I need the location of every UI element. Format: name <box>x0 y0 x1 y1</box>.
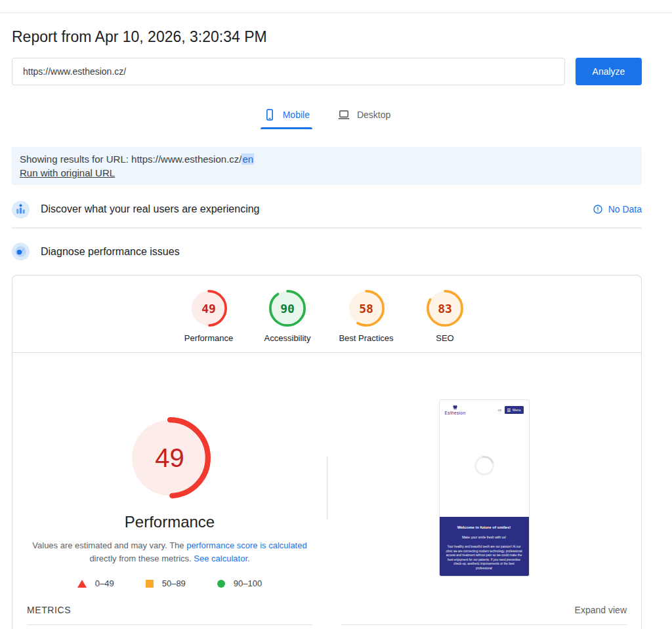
expand-view-toggle[interactable]: Expand view <box>575 605 627 615</box>
redirect-highlight: en <box>242 153 254 165</box>
redirect-banner-text: Showing results for URL: https://www.est… <box>20 152 634 166</box>
legend-fail: 0–49 <box>77 578 114 588</box>
screenshot-menu-label: Menu <box>513 408 521 412</box>
no-data-label: No Data <box>608 204 642 214</box>
tab-mobile[interactable]: Mobile <box>261 104 312 129</box>
info-icon <box>593 204 603 214</box>
real-users-chart-icon <box>12 201 30 218</box>
performance-detail-row: 49 Performance Values are estimated and … <box>12 353 641 589</box>
metrics-columns <box>12 624 641 627</box>
see-calculator-link[interactable]: See calculator. <box>194 554 249 563</box>
legend-average-range: 50–89 <box>162 578 186 588</box>
screenshot-brand: Esthesion <box>445 405 466 415</box>
accessibility-gauge: 90 <box>269 290 306 327</box>
score-legend: 0–49 50–89 90–100 <box>77 578 262 588</box>
performance-section-title: Performance <box>125 513 215 531</box>
no-data-status[interactable]: No Data <box>593 204 642 214</box>
lab-data-section-header: Diagnose performance issues <box>12 228 642 275</box>
legend-fail-range: 0–49 <box>95 578 114 588</box>
score-seo[interactable]: 83 SEO <box>406 290 484 343</box>
run-original-url-link[interactable]: Run with original URL <box>20 166 115 180</box>
legend-pass-range: 90–100 <box>234 578 262 588</box>
category-scores-row: 49 Performance 90 Accessibility 58 Best … <box>12 275 641 353</box>
analyze-button[interactable]: Analyze <box>576 58 642 85</box>
score-label-accessibility: Accessibility <box>264 333 311 343</box>
device-tabs: Mobile Desktop <box>12 104 642 129</box>
score-calc-link[interactable]: performance score is calculated <box>186 540 307 550</box>
field-data-section-header: Discover what your real users are experi… <box>12 195 642 224</box>
active-tab-underline <box>261 127 312 129</box>
page-screenshot-thumbnail: Esthesion cs Menu Welcome in future of <box>439 399 530 577</box>
metrics-header: METRICS Expand view <box>12 589 641 615</box>
field-data-title: Discover what your real users are experi… <box>41 203 259 215</box>
desktop-laptop-icon <box>337 108 350 121</box>
fail-triangle-icon <box>77 580 87 588</box>
score-label-seo: SEO <box>436 333 453 343</box>
lab-data-title: Diagnose performance issues <box>41 246 180 258</box>
performance-gauge: 49 <box>190 290 227 327</box>
pass-circle-icon <box>217 580 225 588</box>
score-performance[interactable]: 49 Performance <box>169 290 248 343</box>
mobile-phone-icon <box>263 108 276 121</box>
screenshot-brand-name: Esthesion <box>445 411 466 415</box>
score-accessibility[interactable]: 90 Accessibility <box>248 290 327 343</box>
tooth-logo-icon <box>452 405 458 411</box>
screenshot-hero-title: Welcome in future of smiles! <box>446 525 523 529</box>
metrics-heading: METRICS <box>27 605 71 615</box>
diagnose-compass-icon <box>12 243 30 260</box>
best-practices-gauge: 58 <box>348 290 385 327</box>
screenshot-site-header: Esthesion cs Menu <box>440 400 529 418</box>
url-input[interactable] <box>12 58 565 85</box>
screenshot-hero-subtitle: Make your smile fresh with us! <box>446 535 523 539</box>
average-square-icon <box>146 580 154 588</box>
url-bar: Analyze <box>12 58 642 85</box>
report-title: Report from Apr 10, 2026, 3:20:34 PM <box>12 27 642 47</box>
seo-gauge: 83 <box>427 290 463 327</box>
redirect-banner: Showing results for URL: https://www.est… <box>12 147 642 185</box>
screenshot-menu-button: Menu <box>505 406 524 414</box>
screenshot-header-right: cs Menu <box>498 406 524 414</box>
score-label-best-practices: Best Practices <box>339 333 393 343</box>
lighthouse-report-card: 49 Performance 90 Accessibility 58 Best … <box>12 275 642 629</box>
performance-big-gauge: 49 <box>129 417 211 498</box>
top-header-edge <box>0 0 672 13</box>
performance-disclaimer: Values are estimated and may vary. The p… <box>31 539 309 565</box>
screenshot-hero-body: Your healthy and beautiful teeth are our… <box>446 545 523 571</box>
main-content: Report from Apr 10, 2026, 3:20:34 PM Ana… <box>12 27 642 629</box>
score-label-performance: Performance <box>184 333 233 343</box>
screenshot-hero-section: Welcome in future of smiles! Make your s… <box>440 517 529 576</box>
performance-summary-column: 49 Performance Values are estimated and … <box>12 353 327 589</box>
legend-pass: 90–100 <box>217 578 262 588</box>
screenshot-loading-spinner <box>471 453 497 479</box>
tab-mobile-label: Mobile <box>283 110 310 120</box>
legend-average: 50–89 <box>146 578 186 588</box>
column-divider <box>327 457 327 519</box>
metrics-column-right <box>341 624 627 627</box>
screenshot-lang-switch: cs <box>498 408 501 412</box>
metrics-column-left <box>27 624 312 627</box>
tab-desktop[interactable]: Desktop <box>335 104 393 129</box>
tab-desktop-label: Desktop <box>357 110 390 120</box>
screenshot-column: Esthesion cs Menu Welcome in future of <box>327 353 641 589</box>
score-best-practices[interactable]: 58 Best Practices <box>327 290 406 343</box>
hamburger-icon <box>507 410 511 411</box>
